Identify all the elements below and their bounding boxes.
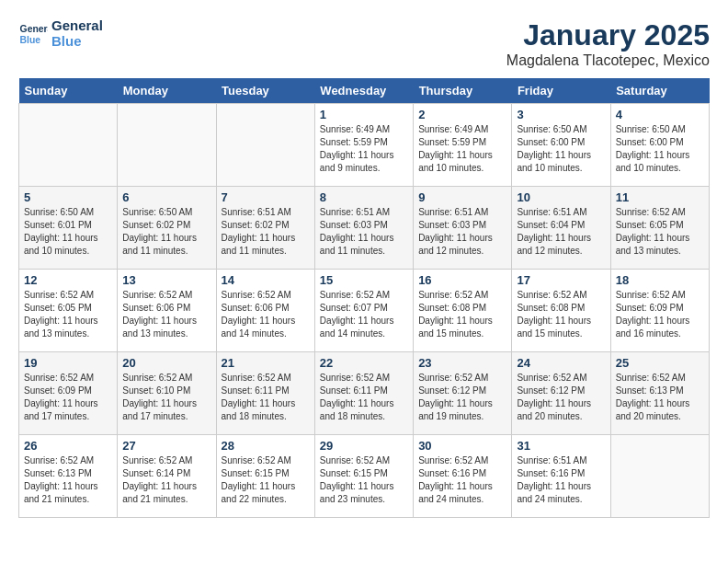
day-number: 21	[222, 356, 310, 370]
day-number: 24	[517, 356, 605, 370]
calendar-cell: 8Sunrise: 6:51 AM Sunset: 6:03 PM Daylig…	[314, 187, 413, 270]
calendar-week-2: 5Sunrise: 6:50 AM Sunset: 6:01 PM Daylig…	[19, 187, 710, 270]
calendar-cell: 22Sunrise: 6:52 AM Sunset: 6:11 PM Dayli…	[314, 352, 413, 435]
day-info: Sunrise: 6:52 AM Sunset: 6:06 PM Dayligh…	[222, 289, 310, 340]
weekday-header-wednesday: Wednesday	[314, 78, 413, 104]
day-info: Sunrise: 6:52 AM Sunset: 6:06 PM Dayligh…	[122, 289, 210, 340]
day-info: Sunrise: 6:52 AM Sunset: 6:15 PM Dayligh…	[320, 454, 408, 506]
day-number: 12	[24, 273, 112, 287]
calendar-cell: 5Sunrise: 6:50 AM Sunset: 6:01 PM Daylig…	[19, 187, 118, 270]
day-info: Sunrise: 6:49 AM Sunset: 5:59 PM Dayligh…	[418, 123, 506, 175]
day-number: 26	[24, 439, 112, 453]
calendar-cell	[19, 104, 118, 187]
calendar-cell: 27Sunrise: 6:52 AM Sunset: 6:14 PM Dayli…	[118, 435, 216, 518]
calendar-cell: 29Sunrise: 6:52 AM Sunset: 6:15 PM Dayli…	[314, 435, 413, 518]
calendar-table: SundayMondayTuesdayWednesdayThursdayFrid…	[18, 78, 710, 518]
svg-text:Blue: Blue	[20, 34, 41, 44]
title-block: January 2025 Magdalena Tlacotepec, Mexic…	[506, 18, 710, 69]
month-title: January 2025	[506, 18, 710, 52]
day-number: 20	[122, 356, 210, 370]
weekday-header-friday: Friday	[512, 78, 610, 104]
day-number: 1	[320, 108, 408, 121]
day-number: 25	[616, 356, 704, 370]
day-number: 7	[222, 190, 310, 204]
calendar-cell: 14Sunrise: 6:52 AM Sunset: 6:06 PM Dayli…	[216, 270, 314, 352]
day-number: 14	[222, 273, 310, 287]
day-number: 22	[320, 356, 408, 370]
svg-text:General: General	[20, 24, 48, 34]
weekday-header-saturday: Saturday	[610, 78, 709, 104]
calendar-week-5: 26Sunrise: 6:52 AM Sunset: 6:13 PM Dayli…	[19, 435, 710, 518]
calendar-cell: 19Sunrise: 6:52 AM Sunset: 6:09 PM Dayli…	[19, 352, 118, 435]
calendar-cell: 16Sunrise: 6:52 AM Sunset: 6:08 PM Dayli…	[414, 270, 512, 352]
day-info: Sunrise: 6:52 AM Sunset: 6:16 PM Dayligh…	[418, 454, 506, 506]
logo: General Blue General Blue	[18, 18, 103, 49]
weekday-header-sunday: Sunday	[19, 78, 118, 104]
day-info: Sunrise: 6:52 AM Sunset: 6:10 PM Dayligh…	[122, 372, 210, 423]
day-info: Sunrise: 6:52 AM Sunset: 6:13 PM Dayligh…	[616, 372, 704, 423]
day-info: Sunrise: 6:49 AM Sunset: 5:59 PM Dayligh…	[320, 123, 408, 175]
calendar-cell: 30Sunrise: 6:52 AM Sunset: 6:16 PM Dayli…	[414, 435, 512, 518]
calendar-cell: 26Sunrise: 6:52 AM Sunset: 6:13 PM Dayli…	[19, 435, 118, 518]
day-info: Sunrise: 6:52 AM Sunset: 6:09 PM Dayligh…	[616, 289, 704, 340]
day-number: 19	[24, 356, 112, 370]
day-info: Sunrise: 6:52 AM Sunset: 6:07 PM Dayligh…	[320, 289, 408, 340]
day-info: Sunrise: 6:51 AM Sunset: 6:16 PM Dayligh…	[517, 454, 605, 506]
calendar-cell: 25Sunrise: 6:52 AM Sunset: 6:13 PM Dayli…	[610, 352, 709, 435]
calendar-week-4: 19Sunrise: 6:52 AM Sunset: 6:09 PM Dayli…	[19, 352, 710, 435]
calendar-cell: 23Sunrise: 6:52 AM Sunset: 6:12 PM Dayli…	[414, 352, 512, 435]
day-info: Sunrise: 6:52 AM Sunset: 6:05 PM Dayligh…	[24, 289, 112, 340]
day-number: 10	[517, 190, 605, 204]
calendar-cell	[118, 104, 216, 187]
day-number: 3	[517, 108, 605, 121]
calendar-cell: 11Sunrise: 6:52 AM Sunset: 6:05 PM Dayli…	[610, 187, 709, 270]
logo-blue: Blue	[51, 34, 103, 50]
calendar-header-row: SundayMondayTuesdayWednesdayThursdayFrid…	[19, 78, 710, 104]
calendar-cell: 3Sunrise: 6:50 AM Sunset: 6:00 PM Daylig…	[512, 104, 610, 187]
day-info: Sunrise: 6:50 AM Sunset: 6:01 PM Dayligh…	[24, 206, 112, 258]
calendar-cell: 1Sunrise: 6:49 AM Sunset: 5:59 PM Daylig…	[314, 104, 413, 187]
calendar-cell: 6Sunrise: 6:50 AM Sunset: 6:02 PM Daylig…	[118, 187, 216, 270]
day-info: Sunrise: 6:51 AM Sunset: 6:03 PM Dayligh…	[320, 206, 408, 258]
calendar-cell: 31Sunrise: 6:51 AM Sunset: 6:16 PM Dayli…	[512, 435, 610, 518]
calendar-cell: 10Sunrise: 6:51 AM Sunset: 6:04 PM Dayli…	[512, 187, 610, 270]
day-number: 27	[122, 439, 210, 453]
page-header: General Blue General Blue January 2025 M…	[18, 18, 710, 69]
calendar-cell: 21Sunrise: 6:52 AM Sunset: 6:11 PM Dayli…	[216, 352, 314, 435]
day-info: Sunrise: 6:50 AM Sunset: 6:00 PM Dayligh…	[517, 123, 605, 175]
day-info: Sunrise: 6:52 AM Sunset: 6:12 PM Dayligh…	[418, 372, 506, 423]
day-info: Sunrise: 6:52 AM Sunset: 6:05 PM Dayligh…	[616, 206, 704, 258]
day-info: Sunrise: 6:52 AM Sunset: 6:12 PM Dayligh…	[517, 372, 605, 423]
day-number: 28	[222, 439, 310, 453]
day-info: Sunrise: 6:50 AM Sunset: 6:02 PM Dayligh…	[122, 206, 210, 258]
day-info: Sunrise: 6:52 AM Sunset: 6:11 PM Dayligh…	[320, 372, 408, 423]
day-number: 30	[418, 439, 506, 453]
calendar-cell: 4Sunrise: 6:50 AM Sunset: 6:00 PM Daylig…	[610, 104, 709, 187]
day-number: 9	[418, 190, 506, 204]
day-number: 13	[122, 273, 210, 287]
day-number: 2	[418, 108, 506, 121]
day-number: 15	[320, 273, 408, 287]
day-number: 4	[616, 108, 704, 121]
day-info: Sunrise: 6:52 AM Sunset: 6:15 PM Dayligh…	[222, 454, 310, 506]
day-info: Sunrise: 6:51 AM Sunset: 6:02 PM Dayligh…	[222, 206, 310, 258]
weekday-header-tuesday: Tuesday	[216, 78, 314, 104]
calendar-cell: 24Sunrise: 6:52 AM Sunset: 6:12 PM Dayli…	[512, 352, 610, 435]
calendar-cell	[610, 435, 709, 518]
day-number: 17	[517, 273, 605, 287]
calendar-cell: 18Sunrise: 6:52 AM Sunset: 6:09 PM Dayli…	[610, 270, 709, 352]
logo-icon: General Blue	[18, 19, 48, 49]
day-info: Sunrise: 6:52 AM Sunset: 6:11 PM Dayligh…	[222, 372, 310, 423]
day-number: 23	[418, 356, 506, 370]
weekday-header-monday: Monday	[118, 78, 216, 104]
calendar-week-1: 1Sunrise: 6:49 AM Sunset: 5:59 PM Daylig…	[19, 104, 710, 187]
day-number: 8	[320, 190, 408, 204]
day-info: Sunrise: 6:52 AM Sunset: 6:08 PM Dayligh…	[418, 289, 506, 340]
day-info: Sunrise: 6:51 AM Sunset: 6:03 PM Dayligh…	[418, 206, 506, 258]
day-info: Sunrise: 6:52 AM Sunset: 6:08 PM Dayligh…	[517, 289, 605, 340]
calendar-cell	[216, 104, 314, 187]
day-number: 31	[517, 439, 605, 453]
day-number: 29	[320, 439, 408, 453]
day-info: Sunrise: 6:50 AM Sunset: 6:00 PM Dayligh…	[616, 123, 704, 175]
calendar-cell: 20Sunrise: 6:52 AM Sunset: 6:10 PM Dayli…	[118, 352, 216, 435]
